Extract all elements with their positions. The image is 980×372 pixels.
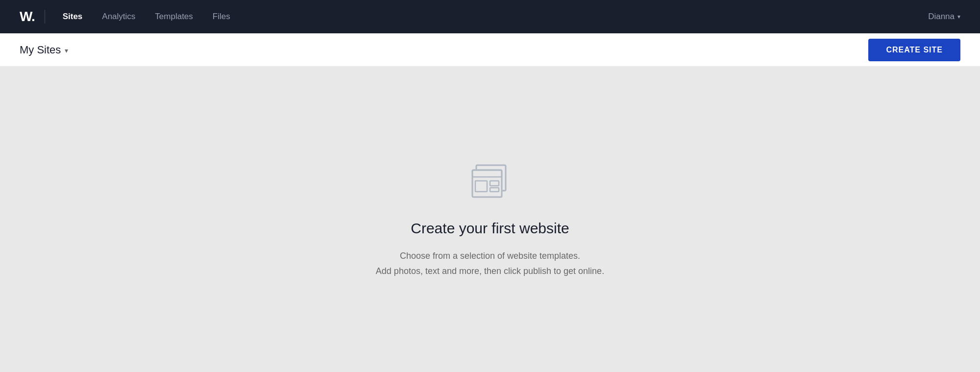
nav-links: Sites Analytics Templates Files xyxy=(55,8,928,25)
navbar: W. Sites Analytics Templates Files Diann… xyxy=(0,0,980,33)
my-sites-dropdown[interactable]: My Sites ▾ xyxy=(20,44,68,56)
nav-divider xyxy=(45,10,45,24)
user-menu-chevron: ▾ xyxy=(957,13,960,20)
my-sites-label: My Sites xyxy=(20,44,61,56)
logo[interactable]: W. xyxy=(20,9,35,25)
main-content: Create your first website Choose from a … xyxy=(0,67,980,372)
user-menu[interactable]: Dianna ▾ xyxy=(928,12,960,22)
website-placeholder-icon xyxy=(466,160,514,204)
nav-link-files[interactable]: Files xyxy=(205,8,238,25)
empty-state-subtext-line2: Add photos, text and more, then click pu… xyxy=(376,266,604,276)
nav-link-analytics[interactable]: Analytics xyxy=(94,8,143,25)
nav-link-templates[interactable]: Templates xyxy=(147,8,200,25)
empty-state-subtext: Choose from a selection of website templ… xyxy=(376,248,604,278)
my-sites-chevron: ▾ xyxy=(65,47,68,54)
create-site-button[interactable]: CREATE SITE xyxy=(868,39,960,61)
nav-link-sites[interactable]: Sites xyxy=(55,8,91,25)
user-name: Dianna xyxy=(928,12,955,22)
empty-state-heading: Create your first website xyxy=(411,220,569,237)
subheader: My Sites ▾ CREATE SITE xyxy=(0,33,980,67)
empty-state-subtext-line1: Choose from a selection of website templ… xyxy=(400,251,580,261)
